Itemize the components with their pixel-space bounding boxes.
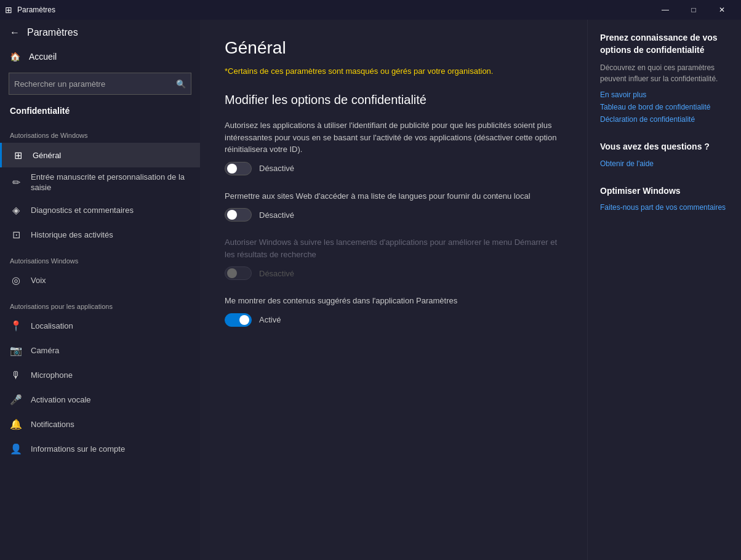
localisation-icon: 📍	[10, 320, 22, 332]
titlebar-title: Paramètres	[17, 6, 55, 14]
section-label-autorisations-windows2: Autorisations Windows	[0, 247, 200, 268]
home-button[interactable]: 🏠 Accueil	[0, 46, 200, 68]
toggle-2[interactable]	[225, 208, 252, 222]
close-button[interactable]: ✕	[708, 0, 736, 20]
privacy-option-2: Permettre aux sites Web d'accéder à ma l…	[225, 190, 563, 222]
link-obtenir-aide[interactable]: Obtenir de l'aide	[600, 159, 729, 168]
link-declaration[interactable]: Déclaration de confidentialité	[600, 115, 729, 124]
toggle-4[interactable]	[225, 313, 252, 327]
toggle-3	[225, 266, 252, 280]
sidebar-item-label: Général	[33, 151, 61, 160]
right-section-optimize: Optimiser Windows Faites-nous part de vo…	[600, 185, 729, 212]
search-input[interactable]	[14, 79, 176, 89]
titlebar: ⊞ Paramètres — □ ✕	[0, 0, 741, 20]
back-icon: ←	[10, 27, 20, 38]
app-container: ← Paramètres 🏠 Accueil 🔍 Confidentialité…	[0, 20, 741, 560]
section-title: Modifier les options de confidentialité	[225, 93, 563, 107]
right-questions-title: Vous avez des questions ?	[600, 141, 729, 153]
right-section-privacy: Prenez connaissance de vos options de co…	[600, 32, 729, 124]
privacy-option-3: Autoriser Windows à suivre les lancement…	[225, 236, 563, 280]
toggle-4-label: Activé	[259, 315, 281, 324]
toggle-row-3: Désactivé	[225, 266, 563, 280]
privacy-option-4: Me montrer des contenus suggérés dans l'…	[225, 295, 563, 327]
option-4-description: Me montrer des contenus suggérés dans l'…	[225, 295, 563, 307]
compte-icon: 👤	[10, 443, 22, 455]
search-icon: 🔍	[176, 79, 186, 89]
toggle-4-knob	[239, 315, 249, 325]
sidebar-item-label: Activation vocale	[31, 395, 91, 404]
toggle-1-knob	[227, 164, 237, 174]
sidebar-item-voix[interactable]: ◎ Voix	[0, 268, 200, 293]
maximize-button[interactable]: □	[679, 0, 708, 20]
sidebar-item-label: Historique des activités	[31, 230, 113, 239]
toggle-3-knob	[227, 268, 237, 278]
sidebar-item-compte[interactable]: 👤 Informations sur le compte	[0, 437, 200, 462]
sidebar-item-activation-vocale[interactable]: 🎤 Activation vocale	[0, 388, 200, 412]
sidebar-item-label: Localisation	[31, 321, 73, 330]
link-commentaires[interactable]: Faites-nous part de vos commentaires	[600, 203, 729, 212]
confidentialite-label: Confidentialité	[0, 100, 200, 122]
sidebar-item-camera[interactable]: 📷 Caméra	[0, 338, 200, 363]
toggle-3-label: Désactivé	[259, 269, 294, 278]
sidebar-item-saisie-label: Entrée manuscrite et personnalisation de…	[31, 172, 190, 193]
main-content: Général *Certains de ces paramètres sont…	[200, 20, 587, 560]
microphone-icon: 🎙	[10, 369, 22, 382]
diagnostics-icon: ◈	[10, 204, 22, 217]
link-tableau-bord[interactable]: Tableau de bord de confidentialité	[600, 103, 729, 111]
right-privacy-title: Prenez connaissance de vos options de co…	[600, 32, 729, 56]
voix-icon: ◎	[10, 274, 22, 287]
sidebar-item-diagnostics[interactable]: ◈ Diagnostics et commentaires	[0, 198, 200, 223]
section-label-app-autorisations: Autorisations pour les applications	[0, 293, 200, 314]
sidebar-item-localisation[interactable]: 📍 Localisation	[0, 314, 200, 338]
home-icon: 🏠	[10, 52, 20, 62]
toggle-row-2: Désactivé	[225, 208, 563, 222]
sidebar-item-label: Voix	[31, 276, 46, 285]
sidebar-item-general[interactable]: ⊞ Général	[0, 143, 200, 167]
sidebar-item-notifications[interactable]: 🔔 Notifications	[0, 412, 200, 437]
privacy-option-1: Autorisez les applications à utiliser l'…	[225, 119, 563, 175]
home-label: Accueil	[29, 52, 57, 62]
sidebar-item-label: Notifications	[31, 420, 74, 429]
sidebar-item-microphone[interactable]: 🎙 Microphone	[0, 363, 200, 388]
titlebar-controls: — □ ✕	[651, 0, 736, 20]
notifications-icon: 🔔	[10, 418, 22, 431]
right-privacy-desc: Découvrez en quoi ces paramètres peuvent…	[600, 62, 729, 84]
toggle-row-4: Activé	[225, 313, 563, 327]
back-label: Paramètres	[27, 27, 78, 38]
right-section-questions: Vous avez des questions ? Obtenir de l'a…	[600, 141, 729, 168]
titlebar-left: ⊞ Paramètres	[5, 5, 55, 15]
toggle-2-knob	[227, 210, 237, 220]
activation-icon: 🎤	[10, 394, 22, 406]
sidebar-item-historique[interactable]: ⊡ Historique des activités	[0, 223, 200, 247]
sidebar-item-label: Microphone	[31, 370, 73, 380]
sidebar-item-label: Diagnostics et commentaires	[31, 206, 134, 215]
link-en-savoir-plus[interactable]: En savoir plus	[600, 90, 729, 99]
toggle-1-label: Désactivé	[259, 164, 294, 173]
general-icon: ⊞	[12, 149, 24, 161]
sidebar: ← Paramètres 🏠 Accueil 🔍 Confidentialité…	[0, 20, 200, 560]
sidebar-item-label: Caméra	[31, 346, 59, 355]
section-label-autorisations-windows: Autorisations de Windows	[0, 122, 200, 143]
option-2-description: Permettre aux sites Web d'accéder à ma l…	[225, 190, 563, 202]
toggle-row-1: Désactivé	[225, 162, 563, 175]
option-1-description: Autorisez les applications à utiliser l'…	[225, 119, 563, 156]
right-optimize-title: Optimiser Windows	[600, 185, 729, 198]
back-button[interactable]: ← Paramètres	[0, 20, 200, 46]
page-title: Général	[225, 38, 563, 58]
toggle-2-label: Désactivé	[259, 210, 294, 220]
option-3-description: Autoriser Windows à suivre les lancement…	[225, 236, 563, 260]
search-box[interactable]: 🔍	[9, 73, 191, 95]
org-notice: *Certains de ces paramètres sont masqués…	[225, 66, 563, 76]
saisie-icon: ✏	[10, 177, 22, 189]
app-icon: ⊞	[5, 5, 12, 15]
sidebar-item-saisie[interactable]: ✏ Entrée manuscrite et personnalisation …	[0, 167, 200, 198]
right-panel: Prenez connaissance de vos options de co…	[587, 20, 741, 560]
minimize-button[interactable]: —	[651, 0, 679, 20]
camera-icon: 📷	[10, 345, 22, 357]
search-container: 🔍	[0, 68, 200, 100]
historique-icon: ⊡	[10, 229, 22, 241]
sidebar-item-label: Informations sur le compte	[31, 444, 125, 454]
toggle-1[interactable]	[225, 162, 252, 175]
